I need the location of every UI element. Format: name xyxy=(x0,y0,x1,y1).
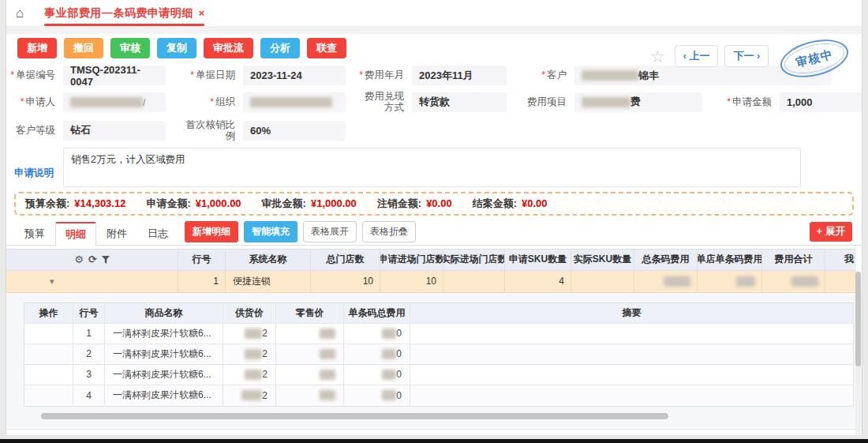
sub-table-row[interactable]: 2 一满杯剥皮果汁软糖6... 2 0 xyxy=(24,344,853,365)
filter-funnel-icon[interactable] xyxy=(102,256,110,264)
subcell-product: 一满杯剥皮果汁软糖6... xyxy=(105,344,223,365)
sub-table-wrap: 操作 行号 商品名称 供货价 零售价 单条码总费用 摘要 1 一满杯剥皮果汁软糖… xyxy=(6,293,862,427)
main-table-row[interactable]: ▾ 1 便捷连锁 10 10 4 xyxy=(6,271,856,293)
close-tab-icon[interactable]: × xyxy=(199,7,205,19)
subcell-barcode-fee: 0 xyxy=(344,385,410,406)
redacted-block xyxy=(382,328,396,339)
subcell-summary xyxy=(410,365,853,385)
redacted-block xyxy=(320,328,335,339)
cancelled-amount-summary: 注销金额: ¥0.00 xyxy=(377,197,452,211)
form-area: *单据编号 TMSQ-202311-0047 *单据日期 2023-11-24 … xyxy=(6,62,862,187)
apply-amount-summary-value: ¥1,000.00 xyxy=(196,197,241,209)
next-record-button[interactable]: 下一 › xyxy=(724,45,769,67)
org-field[interactable] xyxy=(243,92,346,112)
apply-amount-summary-label: 申请金额: xyxy=(146,197,190,211)
cash-mode-label: 费用兑现方式 xyxy=(357,91,404,114)
row-expander-cell: ▾ xyxy=(6,271,178,293)
main-table: ⚙ ⟳ 行号 系统名称 总门店数 申请进场门店数 实际进场门店数 申请SKU数量… xyxy=(6,249,856,293)
chevron-left-icon: ‹ xyxy=(683,51,687,62)
applicant-label: *申请人 xyxy=(6,96,55,107)
col-total-barcode-fee: 总条码费用 xyxy=(634,249,698,271)
fee-item-field[interactable]: 费 xyxy=(574,92,702,112)
subcell-product: 一满杯剥皮果汁软糖6... xyxy=(105,385,223,406)
cell-fee-total xyxy=(762,271,825,293)
first-ratio-field[interactable]: 60% xyxy=(243,121,346,141)
apply-amount-summary: 申请金额: ¥1,000.00 xyxy=(146,197,241,211)
audit-button[interactable]: 审核 xyxy=(110,38,150,58)
subcol-summary: 摘要 xyxy=(410,303,853,324)
amount-summary-bar: 预算余额: ¥14,303.12 申请金额: ¥1,000.00 审批金额: ¥… xyxy=(14,192,854,216)
redacted-block xyxy=(582,97,630,107)
subcol-barcode-fee: 单条码总费用 xyxy=(344,303,410,324)
caret-down-icon[interactable]: ▾ xyxy=(50,276,54,287)
expand-panel-button[interactable]: +展开 xyxy=(810,222,852,242)
prev-record-button[interactable]: ‹ 上一 xyxy=(675,45,719,67)
apply-amount-label: *申请金额 xyxy=(716,96,772,107)
chevron-right-icon: › xyxy=(757,51,760,62)
cell-system-name: 便捷连锁 xyxy=(226,271,311,293)
cell-total-barcode-fee xyxy=(634,271,698,293)
refresh-icon[interactable]: ⟳ xyxy=(88,254,97,265)
customer-level-field[interactable]: 钻石 xyxy=(63,121,166,141)
collapse-table-button[interactable]: 表格折叠 xyxy=(362,221,416,242)
col-apply-stores: 申请进场门店数 xyxy=(380,249,443,271)
doc-date-field[interactable]: 2023-11-24 xyxy=(243,66,346,85)
redacted-block xyxy=(382,370,396,380)
cell-actual-sku xyxy=(571,271,634,293)
add-button[interactable]: 新增 xyxy=(17,38,57,58)
tab-detail[interactable]: 明细 xyxy=(55,222,96,246)
bottom-edge-bar xyxy=(0,439,868,443)
approval-flow-button[interactable]: 审批流 xyxy=(204,38,253,58)
fee-item-label: 费用项目 xyxy=(518,96,567,107)
redacted-block xyxy=(382,349,396,359)
sub-table-row[interactable]: 1 一满杯剥皮果汁软糖6... 2 0 xyxy=(24,324,853,344)
subcell-retail-price xyxy=(276,324,344,344)
favorite-star-icon[interactable]: ☆ xyxy=(650,48,665,65)
apply-amount-field[interactable]: 1,000 xyxy=(780,92,862,112)
remark-textarea[interactable]: 销售2万元，计入区域费用 xyxy=(63,148,801,187)
subcell-product: 一满杯剥皮果汁软糖6... xyxy=(105,365,223,385)
cell-total-stores: 10 xyxy=(311,271,380,293)
tab-actions: 新增明细 智能填充 表格展开 表格折叠 xyxy=(185,221,421,245)
copy-button[interactable]: 复制 xyxy=(157,38,196,58)
cell-apply-stores: 10 xyxy=(380,271,443,293)
redacted-block xyxy=(320,390,335,400)
remark-row: 申请说明 销售2万元，计入区域费用 xyxy=(6,148,862,187)
next-label: 下一 xyxy=(733,49,754,63)
tab-budget[interactable]: 预算 xyxy=(14,222,55,245)
sub-table-row[interactable]: 3 一满杯剥皮果汁软糖6... 2 0 xyxy=(24,365,853,385)
expand-table-button[interactable]: 表格展开 xyxy=(303,221,357,242)
analyze-button[interactable]: 分析 xyxy=(260,38,300,58)
gear-icon[interactable]: ⚙ xyxy=(74,254,84,265)
table-tools-cell: ⚙ ⟳ xyxy=(6,249,178,271)
tab-logs[interactable]: 日志 xyxy=(137,222,178,245)
smart-fill-button[interactable]: 智能填充 xyxy=(244,221,297,242)
subcell-line-no: 1 xyxy=(73,324,105,344)
form-row-2: *申请人 / *组织 费用兑现方式 转货款 费用项目 费 *申请金额 1,000 xyxy=(6,91,862,114)
home-icon[interactable]: ⌂ xyxy=(16,6,24,20)
horizontal-scrollbar-thumb[interactable] xyxy=(41,413,668,419)
withdraw-button[interactable]: 撤回 xyxy=(64,38,103,58)
subcell-retail-price xyxy=(276,385,344,406)
tab-attachments[interactable]: 附件 xyxy=(96,222,137,245)
subcell-retail-price xyxy=(276,365,344,385)
subcell-retail-price xyxy=(276,344,344,365)
redacted-block xyxy=(245,349,262,359)
redacted-block xyxy=(250,97,332,107)
cell-apply-sku: 4 xyxy=(505,271,571,293)
applicant-field[interactable]: / xyxy=(63,92,166,112)
add-detail-button[interactable]: 新增明细 xyxy=(185,221,238,242)
org-label: *组织 xyxy=(177,96,235,107)
doc-no-field[interactable]: TMSQ-202311-0047 xyxy=(63,66,166,85)
col-system-name: 系统名称 xyxy=(226,249,311,271)
subcell-product: 一满杯剥皮果汁软糖6... xyxy=(105,324,223,344)
sub-table-row[interactable]: 4 一满杯剥皮果汁软糖6... 2 0 xyxy=(24,385,853,406)
document-tab[interactable]: 事业部费用—条码费申请明细 × xyxy=(44,0,204,26)
vertical-scrollbar-thumb[interactable] xyxy=(855,272,861,366)
fee-month-field[interactable]: 2023年11月 xyxy=(412,66,507,85)
cash-mode-field[interactable]: 转货款 xyxy=(412,92,507,112)
redacted-block xyxy=(245,370,262,380)
linked-query-button[interactable]: 联查 xyxy=(307,38,346,58)
subcell-barcode-fee: 0 xyxy=(344,344,410,365)
main-table-header: ⚙ ⟳ 行号 系统名称 总门店数 申请进场门店数 实际进场门店数 申请SKU数量… xyxy=(6,249,856,271)
